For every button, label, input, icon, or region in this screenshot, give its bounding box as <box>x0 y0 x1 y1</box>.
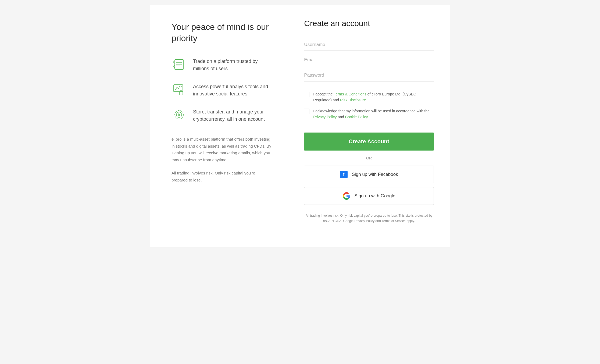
google-icon <box>343 192 350 200</box>
cookie-policy-link[interactable]: Cookie Policy <box>345 115 368 119</box>
main-title: Your peace of mind is our priority <box>172 22 272 44</box>
or-divider: OR <box>304 156 434 160</box>
or-divider-line-right <box>376 158 434 158</box>
disclaimer-text: eToro is a multi-asset platform that off… <box>172 136 272 163</box>
right-panel: Create an account I accept the Terms & C… <box>288 5 450 247</box>
facebook-icon: f <box>340 171 348 178</box>
create-account-button[interactable]: Create Account <box>304 133 434 151</box>
feature-text-crypto: Store, transfer, and manage your cryptoc… <box>193 107 272 123</box>
privacy-checkbox-item: I acknowledge that my information will b… <box>304 108 434 120</box>
privacy-label: I acknowledge that my information will b… <box>313 108 434 120</box>
left-risk-text: All trading involves risk. Only risk cap… <box>172 170 272 183</box>
svg-text:₿: ₿ <box>178 113 180 117</box>
privacy-policy-link[interactable]: Privacy Policy <box>313 115 337 119</box>
privacy-checkbox[interactable] <box>304 109 309 114</box>
facebook-signup-button[interactable]: f Sign up with Facebook <box>304 166 434 183</box>
chart-hand-icon <box>172 82 187 97</box>
bottom-disclaimer: All trading involves risk. Only risk cap… <box>304 213 434 224</box>
page-container: Your peace of mind is our priority Trade… <box>150 5 450 247</box>
terms-checkbox-item: I accept the Terms & Conditions of eToro… <box>304 91 434 103</box>
feature-item-trusted: Trade on a platform trusted by millions … <box>172 57 272 72</box>
terms-checkbox[interactable] <box>304 92 309 97</box>
or-text: OR <box>366 156 372 160</box>
feature-item-analysis: Access powerful analysis tools and innov… <box>172 82 272 98</box>
username-input[interactable] <box>304 38 434 51</box>
left-panel: Your peace of mind is our priority Trade… <box>150 5 288 247</box>
feature-text-trusted: Trade on a platform trusted by millions … <box>193 57 272 72</box>
checkbox-section: I accept the Terms & Conditions of eToro… <box>304 91 434 125</box>
feature-item-crypto: ₿ Store, transfer, and manage your crypt… <box>172 107 272 123</box>
inputs-section <box>304 38 434 84</box>
google-label: Sign up with Google <box>355 193 395 199</box>
svg-rect-0 <box>175 59 183 70</box>
risk-disclosure-link[interactable]: Risk Disclosure <box>340 98 366 102</box>
email-input[interactable] <box>304 53 434 66</box>
google-signup-button[interactable]: Sign up with Google <box>304 187 434 205</box>
scroll-icon <box>172 57 187 72</box>
terms-label: I accept the Terms & Conditions of eToro… <box>313 91 434 103</box>
feature-text-analysis: Access powerful analysis tools and innov… <box>193 82 272 98</box>
terms-link[interactable]: Terms & Conditions <box>334 92 366 96</box>
crypto-icon: ₿ <box>172 107 187 122</box>
form-title: Create an account <box>304 19 434 28</box>
or-divider-line-left <box>304 158 362 158</box>
feature-list: Trade on a platform trusted by millions … <box>172 57 272 123</box>
facebook-label: Sign up with Facebook <box>352 172 398 177</box>
password-input[interactable] <box>304 68 434 81</box>
